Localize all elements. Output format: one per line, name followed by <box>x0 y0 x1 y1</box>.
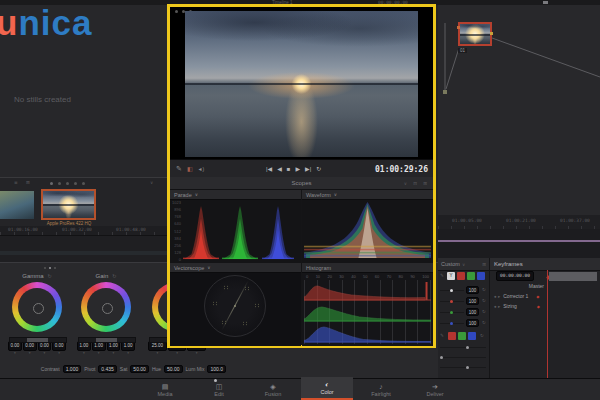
left-timeline-ruler[interactable]: 01:00:16:00 01:00:32:00 01:00:48:00 <box>0 226 168 236</box>
skip-end-button[interactable]: ▶| <box>305 165 311 172</box>
pivot-value[interactable]: 0.435 <box>98 365 117 373</box>
gain-label: Gain <box>96 273 109 279</box>
left-timeline-tracks[interactable] <box>0 236 168 262</box>
scopes-grid-icon[interactable]: ⊟ <box>413 181 417 186</box>
skip-start-button[interactable]: |◀ <box>266 165 272 172</box>
page-fairlight[interactable]: ♪Fairlight <box>355 379 407 400</box>
page-media[interactable]: ▤Media <box>139 379 191 400</box>
softclip-pencil-icon[interactable]: ✎ <box>440 333 444 338</box>
curve-value-r[interactable]: 100 <box>466 297 479 305</box>
vectorscope-title[interactable]: Vectorscope <box>174 265 204 271</box>
row-reset-icon[interactable]: ↻ <box>482 287 486 292</box>
keyframes-playhead[interactable] <box>547 270 548 378</box>
clips-dropdown-icon[interactable]: ∨ <box>150 180 153 185</box>
keyframes-timecode[interactable]: 00:00:00:00 <box>496 271 534 281</box>
gamma-reset-icon[interactable]: ↻ <box>48 273 52 279</box>
scopes-expand-icon[interactable]: ⊞ <box>423 181 427 186</box>
focus-selection-box: ✎ ◧ ◄) |◀ ◀ ■ ▶ ▶| ↻ 01:00:29:26 Scopes … <box>167 4 436 348</box>
gamma-master-bar[interactable] <box>9 337 67 343</box>
corrector-node[interactable] <box>458 22 492 46</box>
channel-g-button[interactable] <box>467 272 475 280</box>
parade-scope: Parade∨ 10238967686405123842561280 <box>170 190 301 262</box>
slider-handle[interactable] <box>450 311 453 314</box>
page-color[interactable]: ◐Color <box>301 377 353 400</box>
slider-handle[interactable] <box>450 300 453 303</box>
slider-handle[interactable] <box>450 289 453 292</box>
row-reset-icon[interactable]: ↻ <box>482 309 486 314</box>
viewer-tool-dot[interactable] <box>175 10 178 13</box>
right-timeline-ruler[interactable]: 01:00:05:00 01:00:21:00 01:00:37:00 <box>438 215 600 229</box>
clip-filter-dot[interactable] <box>66 182 69 185</box>
page-fusion[interactable]: ◈Fusion <box>247 379 299 400</box>
viewer-image[interactable] <box>185 11 418 157</box>
kf-track-corrector1[interactable]: Corrector 1 <box>503 293 528 299</box>
softclip-slider-1[interactable] <box>440 347 486 348</box>
annotate-pencil-icon[interactable]: ✎ <box>176 165 182 173</box>
scopes-layout-dropdown[interactable]: ∨ <box>404 181 407 186</box>
loop-button[interactable]: ↻ <box>316 165 321 172</box>
slider-handle[interactable] <box>450 322 453 325</box>
waveform-title[interactable]: Waveform <box>306 192 331 198</box>
clip-thumbnail-1[interactable] <box>0 191 34 219</box>
clips-grid-icon[interactable]: ⊞ <box>26 180 30 185</box>
contrast-value[interactable]: 1.000 <box>63 365 82 373</box>
clip-thumbnail-2-selected[interactable] <box>41 189 96 220</box>
softclip-reset-icon[interactable]: ↻ <box>480 333 484 338</box>
custom-curve-dot-icon[interactable] <box>214 379 217 382</box>
channel-b-button[interactable] <box>477 272 485 280</box>
curve-value-g[interactable]: 100 <box>466 308 479 316</box>
softclip-b-button[interactable] <box>468 332 476 340</box>
vectorscope-dropdown-icon[interactable]: ∨ <box>207 265 210 270</box>
curve-value-y[interactable]: 100 <box>466 286 479 294</box>
curve-slider-row-b: 100 ↻ <box>440 319 488 328</box>
lummix-value[interactable]: 100.0 <box>207 365 226 373</box>
clip-filter-dot[interactable] <box>82 182 85 185</box>
row-reset-icon[interactable]: ↻ <box>482 298 486 303</box>
wipe-icon[interactable]: ◧ <box>187 165 193 172</box>
curves-expand-icon[interactable]: ⊞ <box>482 262 486 267</box>
clips-menu-icon[interactable]: ≣ <box>14 180 18 185</box>
keyframe-dot-icon[interactable]: ◆ <box>536 294 539 299</box>
play-button[interactable]: ▶ <box>295 165 300 172</box>
histogram-title[interactable]: Histogram <box>306 265 331 271</box>
clip-filter-dot[interactable] <box>58 182 61 185</box>
curves-dropdown-icon[interactable]: ∨ <box>462 262 465 267</box>
parade-dropdown-icon[interactable]: ∨ <box>195 192 198 197</box>
gamma-color-wheel[interactable] <box>12 282 62 332</box>
softclip-slider-3[interactable] <box>440 367 486 368</box>
panel-mode-dots[interactable] <box>44 267 56 269</box>
page-deliver[interactable]: ➔Deliver <box>409 379 461 400</box>
node-output-dot[interactable] <box>490 32 493 35</box>
step-back-button[interactable]: ◀ <box>277 165 282 172</box>
curves-pencil-icon[interactable]: ✎ <box>440 273 444 278</box>
audio-speaker-icon[interactable]: ◄) <box>198 166 205 172</box>
timeline-marker-line <box>438 240 600 242</box>
gain-color-wheel[interactable] <box>81 282 131 332</box>
softclip-g-button[interactable] <box>458 332 466 340</box>
page-edit[interactable]: ◫Edit <box>193 379 245 400</box>
waveform-dropdown-icon[interactable]: ∨ <box>334 192 337 197</box>
right-ruler-timecode: 01:00:37:00 <box>560 218 590 223</box>
node-input-dot[interactable] <box>457 26 460 29</box>
selected-track-bar[interactable] <box>549 272 597 281</box>
kf-track-sizing[interactable]: Sizing <box>503 303 517 309</box>
gain-reset-icon[interactable]: ↻ <box>112 273 116 279</box>
curves-mode-label[interactable]: Custom <box>441 261 460 267</box>
parade-title[interactable]: Parade <box>174 192 192 198</box>
channel-r-button[interactable] <box>457 272 465 280</box>
viewer-timecode[interactable]: 01:00:29:26 <box>375 165 428 174</box>
gain-master-bar[interactable] <box>78 337 136 343</box>
row-reset-icon[interactable]: ↻ <box>482 320 486 325</box>
right-timeline-body[interactable] <box>438 229 600 258</box>
channel-y-button[interactable]: Y <box>447 272 455 280</box>
curve-value-b[interactable]: 100 <box>466 319 479 327</box>
softclip-r-button[interactable] <box>448 332 456 340</box>
softclip-slider-2[interactable] <box>440 357 486 358</box>
clip-filter-dot[interactable] <box>50 182 53 185</box>
hue-value[interactable]: 50.00 <box>164 365 183 373</box>
kf-track-master[interactable]: Master <box>529 283 544 289</box>
stop-button[interactable]: ■ <box>287 166 291 172</box>
sat-value[interactable]: 50.00 <box>130 365 149 373</box>
clip-filter-dot[interactable] <box>74 182 77 185</box>
keyframe-dot-icon[interactable]: ◆ <box>537 304 540 309</box>
